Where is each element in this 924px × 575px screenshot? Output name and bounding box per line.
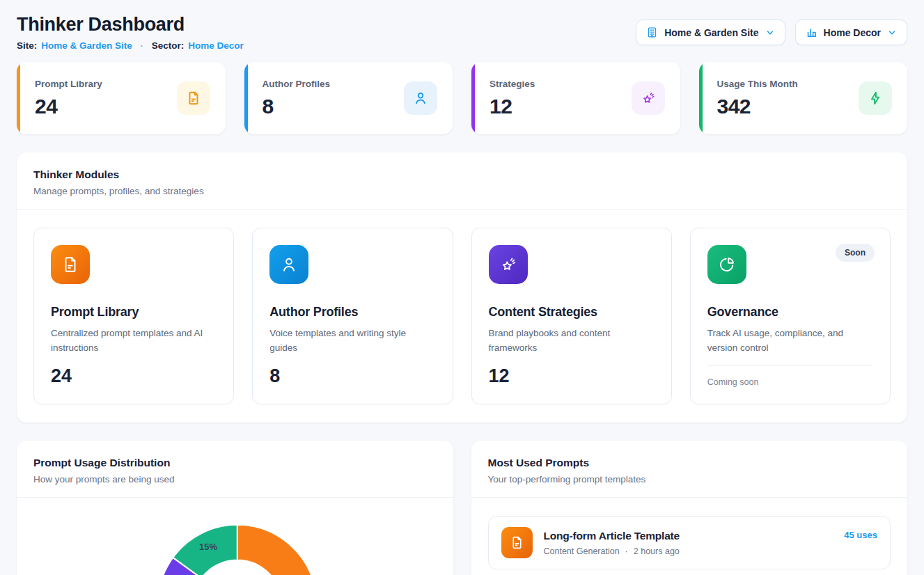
modules-subtitle: Manage prompts, profiles, and strategies bbox=[33, 186, 891, 196]
stat-text: Strategies 12 bbox=[490, 79, 535, 118]
sector-selector-dropdown[interactable]: Home Decor bbox=[795, 19, 907, 45]
module-description: Centralized prompt templates and AI inst… bbox=[51, 326, 217, 356]
module-count: 8 bbox=[269, 365, 435, 387]
pie-chart-icon bbox=[707, 245, 746, 284]
module-description: Voice templates and writing style guides bbox=[269, 326, 435, 356]
modules-title: Thinker Modules bbox=[33, 168, 891, 181]
page-title: Thinker Dashboard bbox=[17, 14, 244, 36]
accent-stripe bbox=[17, 62, 20, 134]
prompts-panel-title: Most Used Prompts bbox=[488, 457, 891, 469]
donut-segment[interactable] bbox=[237, 525, 317, 575]
user-icon bbox=[269, 245, 308, 284]
usage-panel-subtitle: How your prompts are being used bbox=[33, 474, 437, 485]
building-icon bbox=[646, 26, 658, 38]
site-selector-dropdown[interactable]: Home & Garden Site bbox=[636, 19, 785, 45]
stat-value: 342 bbox=[717, 95, 798, 118]
soon-badge: Soon bbox=[836, 244, 875, 262]
site-label: Site: bbox=[17, 40, 37, 51]
stat-card-strategies: Strategies 12 bbox=[471, 62, 680, 134]
chevron-down-icon bbox=[765, 28, 775, 38]
accent-stripe bbox=[244, 62, 248, 134]
document-icon bbox=[51, 245, 90, 284]
module-card-prompt-library[interactable]: Prompt Library Centralized prompt templa… bbox=[33, 228, 234, 404]
module-title: Author Profiles bbox=[269, 305, 435, 320]
module-title: Content Strategies bbox=[489, 305, 655, 320]
module-description: Track AI usage, compliance, and version … bbox=[707, 326, 873, 356]
site-link[interactable]: Home & Garden Site bbox=[41, 40, 132, 51]
prompt-list-item[interactable]: Long-form Article Template Content Gener… bbox=[488, 516, 891, 569]
prompt-item-title: Long-form Article Template bbox=[544, 530, 833, 542]
module-title: Governance bbox=[707, 305, 873, 320]
stat-label: Prompt Library bbox=[35, 79, 102, 89]
divider bbox=[707, 365, 873, 366]
chevron-down-icon bbox=[887, 28, 897, 38]
sector-label: Sector: bbox=[152, 40, 185, 51]
dashboard-page: Thinker Dashboard Site: Home & Garden Si… bbox=[0, 0, 924, 575]
meta-separator: · bbox=[625, 546, 628, 556]
header-selectors: Home & Garden Site Home Decor bbox=[636, 19, 907, 45]
breadcrumb-separator: · bbox=[141, 41, 143, 51]
usage-panel-title: Prompt Usage Distribution bbox=[33, 457, 437, 469]
module-card-author-profiles[interactable]: Author Profiles Voice templates and writ… bbox=[252, 228, 453, 404]
most-used-prompts-panel: Most Used Prompts Your top-performing pr… bbox=[471, 441, 908, 575]
prompt-item-meta: Content Generation · 2 hours ago bbox=[544, 546, 833, 556]
stat-value: 24 bbox=[35, 95, 102, 118]
modules-panel-header: Thinker Modules Manage prompts, profiles… bbox=[17, 152, 907, 210]
usage-panel-header: Prompt Usage Distribution How your promp… bbox=[17, 441, 453, 498]
breadcrumb: Site: Home & Garden Site · Sector: Home … bbox=[17, 40, 244, 51]
bottom-row: Prompt Usage Distribution How your promp… bbox=[17, 441, 907, 575]
site-selector-value: Home & Garden Site bbox=[664, 27, 758, 38]
stat-value: 8 bbox=[263, 95, 331, 118]
page-header: Thinker Dashboard Site: Home & Garden Si… bbox=[17, 14, 907, 51]
donut-segment-label: 15% bbox=[199, 542, 217, 552]
stat-card-prompt-library: Prompt Library 24 bbox=[17, 62, 226, 134]
prompt-item-time: 2 hours ago bbox=[634, 546, 680, 556]
module-description: Brand playbooks and content frameworks bbox=[489, 326, 655, 356]
prompts-panel-header: Most Used Prompts Your top-performing pr… bbox=[471, 441, 908, 498]
stat-text: Author Profiles 8 bbox=[263, 79, 331, 118]
bar-chart-icon bbox=[806, 26, 817, 38]
coming-soon-text: Coming soon bbox=[707, 377, 873, 387]
modules-grid: Prompt Library Centralized prompt templa… bbox=[17, 210, 907, 423]
stats-row: Prompt Library 24 Author Profiles 8 Stra… bbox=[17, 62, 907, 134]
stat-text: Usage This Month 342 bbox=[717, 79, 798, 118]
document-icon bbox=[501, 527, 533, 558]
module-count: 12 bbox=[489, 365, 655, 387]
usage-donut-chart[interactable]: 15% bbox=[17, 498, 453, 575]
module-title: Prompt Library bbox=[51, 305, 217, 320]
prompt-list: Long-form Article Template Content Gener… bbox=[471, 498, 908, 575]
prompts-panel-subtitle: Your top-performing prompt templates bbox=[488, 474, 891, 485]
prompt-item-uses-badge: 45 uses bbox=[844, 530, 877, 540]
stat-text: Prompt Library 24 bbox=[35, 79, 102, 118]
module-card-governance[interactable]: Soon Governance Track AI usage, complian… bbox=[690, 228, 891, 404]
stat-label: Strategies bbox=[490, 79, 535, 89]
stat-card-usage: Usage This Month 342 bbox=[699, 62, 908, 134]
donut-chart-area: 15% bbox=[17, 498, 453, 575]
document-icon bbox=[177, 81, 210, 115]
modules-panel: Thinker Modules Manage prompts, profiles… bbox=[17, 152, 907, 423]
star-sparkle-icon bbox=[632, 81, 665, 115]
accent-stripe bbox=[471, 62, 475, 134]
stat-label: Author Profiles bbox=[263, 79, 331, 89]
lightning-icon bbox=[859, 81, 892, 115]
prompt-item-text: Long-form Article Template Content Gener… bbox=[544, 530, 833, 556]
accent-stripe bbox=[699, 62, 703, 134]
stat-card-author-profiles: Author Profiles 8 bbox=[244, 62, 453, 134]
module-card-content-strategies[interactable]: Content Strategies Brand playbooks and c… bbox=[471, 228, 672, 404]
sector-selector-value: Home Decor bbox=[824, 27, 881, 38]
header-left: Thinker Dashboard Site: Home & Garden Si… bbox=[17, 14, 244, 51]
sector-link[interactable]: Home Decor bbox=[188, 40, 244, 51]
module-count: 24 bbox=[51, 365, 217, 387]
star-sparkle-icon bbox=[489, 245, 528, 284]
stat-value: 12 bbox=[490, 95, 535, 118]
stat-label: Usage This Month bbox=[717, 79, 798, 89]
user-icon bbox=[404, 81, 437, 115]
prompt-item-category: Content Generation bbox=[544, 546, 620, 556]
usage-distribution-panel: Prompt Usage Distribution How your promp… bbox=[17, 441, 453, 575]
